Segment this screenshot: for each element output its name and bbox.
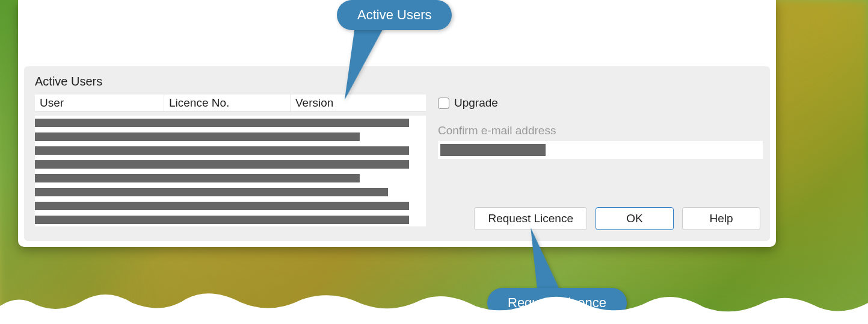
ok-button[interactable]: OK: [596, 207, 674, 230]
confirm-email-label: Confirm e-mail address: [438, 124, 763, 137]
request-licence-button[interactable]: Request Licence: [474, 207, 587, 230]
column-header-licence[interactable]: Licence No.: [164, 95, 291, 111]
table-row[interactable]: [35, 185, 426, 199]
table-row[interactable]: [35, 116, 426, 129]
upgrade-label: Upgrade: [454, 96, 498, 110]
redacted-cell: [35, 188, 388, 196]
redacted-cell: [35, 160, 409, 169]
redacted-cell: [35, 216, 409, 224]
column-header-user[interactable]: User: [35, 95, 164, 111]
redacted-cell: [35, 202, 409, 210]
confirm-email-input[interactable]: [438, 141, 763, 159]
help-button[interactable]: Help: [682, 207, 760, 230]
table-row[interactable]: [35, 129, 426, 143]
redacted-cell: [35, 119, 409, 127]
upgrade-row: Upgrade: [438, 96, 763, 110]
torn-edge-decoration: [0, 282, 868, 324]
active-users-table: User Licence No. Version: [35, 95, 426, 230]
email-redacted-value: [440, 144, 546, 156]
redacted-cell: [35, 146, 409, 155]
table-row[interactable]: [35, 143, 426, 157]
table-row[interactable]: [35, 213, 426, 226]
callout-active-users: Active Users: [337, 0, 452, 30]
table-body: [35, 112, 426, 230]
redacted-cell: [35, 132, 360, 141]
licence-dialog: Active Users User Licence No. Version Up…: [18, 0, 776, 247]
dialog-body: Active Users User Licence No. Version Up…: [24, 66, 770, 241]
table-row[interactable]: [35, 199, 426, 213]
button-row: Request Licence OK Help: [438, 207, 763, 230]
table-row[interactable]: [35, 157, 426, 171]
table-row[interactable]: [35, 171, 426, 185]
redacted-cell: [35, 174, 360, 182]
form-section: Upgrade Confirm e-mail address Request L…: [438, 75, 763, 230]
upgrade-checkbox[interactable]: [438, 98, 449, 109]
